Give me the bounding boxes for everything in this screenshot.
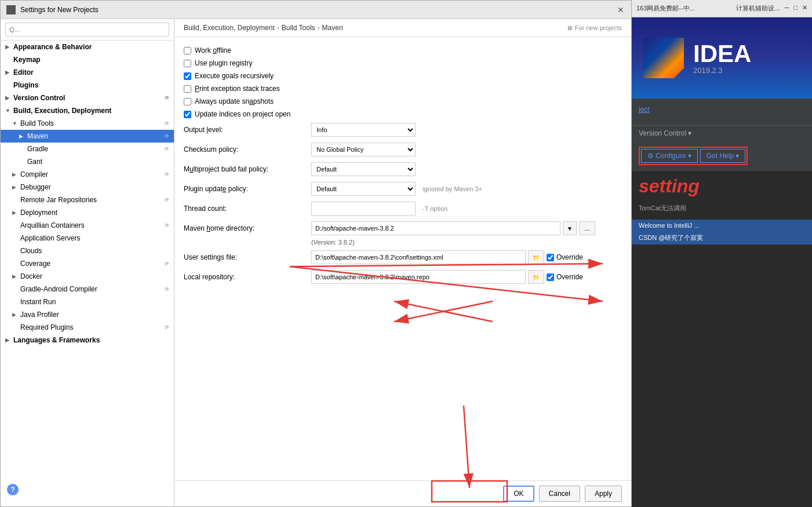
sync-icon: ⟳	[165, 261, 169, 267]
sidebar-item-plugins[interactable]: Plugins	[1, 79, 174, 92]
override-label2: Override	[556, 273, 583, 281]
work-offline-checkbox[interactable]	[184, 47, 191, 54]
maximize-icon[interactable]: □	[793, 4, 798, 13]
sidebar-item-clouds[interactable]: Clouds	[1, 245, 174, 257]
close-icon[interactable]: ✕	[802, 4, 807, 13]
sidebar-item-gradle-android[interactable]: Gradle-Android Compiler ⟳	[1, 283, 174, 296]
help-button[interactable]: ?	[7, 484, 19, 495]
thread-count-label: Thread count:	[184, 205, 311, 213]
output-level-select[interactable]: Debug Info Warning Error	[311, 123, 416, 137]
sidebar-item-remote-jar[interactable]: Remote Jar Repositories ⟳	[1, 194, 174, 206]
bottom-bar: Welcome to IntelliJ ...	[632, 220, 812, 231]
sidebar-item-editor[interactable]: ▶ Editor	[1, 66, 174, 79]
local-repo-control: 📁 Override	[311, 270, 622, 284]
expand-icon: ▼	[12, 121, 18, 126]
user-settings-row: User settings file: 📁 Override	[184, 250, 622, 264]
close-button[interactable]: ✕	[616, 5, 625, 14]
configure-highlight-box: ⚙ Configure ▾ Get Help ▾	[639, 147, 748, 165]
sidebar-item-label: Required Plugins	[20, 323, 73, 331]
dialog-title: Settings for New Projects	[20, 6, 99, 14]
get-help-button[interactable]: Get Help ▾	[700, 149, 746, 163]
sidebar-item-maven[interactable]: ▶ Maven ⟳	[1, 130, 174, 143]
sidebar-item-compiler[interactable]: ▶ Compiler ⟳	[1, 168, 174, 181]
sidebar-item-languages[interactable]: ▶ Languages & Frameworks	[1, 334, 174, 346]
sidebar-item-label: Editor	[13, 68, 34, 76]
search-box	[1, 19, 174, 41]
sidebar-item-build-execution[interactable]: ▼ Build, Execution, Deployment	[1, 104, 174, 117]
thread-count-row: Thread count: -T option	[184, 202, 622, 216]
sidebar-item-keymap[interactable]: Keymap	[1, 53, 174, 66]
cancel-button[interactable]: Cancel	[539, 486, 580, 502]
plugin-update-label: Plugin update policy:	[184, 185, 311, 193]
execute-goals-checkbox[interactable]	[184, 72, 191, 80]
maven-home-row: Maven home directory: ▼ ...	[184, 221, 622, 235]
expand-icon: ▶	[5, 70, 11, 75]
sidebar-item-label: Gradle	[27, 145, 48, 153]
work-offline-label: Work offline	[195, 46, 231, 54]
search-input[interactable]	[5, 23, 169, 37]
minimize-icon[interactable]: ─	[785, 4, 789, 13]
print-exception-row: Print exception stack traces	[184, 85, 622, 93]
project-link[interactable]: ject	[639, 105, 805, 114]
maven-settings-panel: Work offline Use plugin registry Execute…	[174, 37, 631, 480]
maven-version: (Version: 3.8.2)	[184, 239, 622, 246]
always-update-row: Always update snapshots	[184, 97, 622, 105]
expand-icon	[12, 286, 18, 292]
expand-icon	[5, 82, 11, 88]
sidebar-item-label: Version Control	[13, 94, 65, 102]
plugin-update-hint: ignored by Maven 3+	[423, 185, 482, 192]
sidebar-item-required-plugins[interactable]: Required Plugins ⟳	[1, 321, 174, 334]
sidebar-item-label: Build, Execution, Deployment	[13, 107, 111, 115]
multiproject-policy-row: Multiproject build fail policy: Default …	[184, 162, 622, 176]
multiproject-policy-select[interactable]: Default Fail Warn Ignore	[311, 162, 416, 176]
maven-home-control: ▼ ...	[311, 221, 622, 235]
sidebar-item-build-tools[interactable]: ▼ Build Tools ⟳	[1, 117, 174, 130]
user-settings-override-checkbox[interactable]	[547, 254, 554, 261]
thread-count-input[interactable]	[311, 202, 416, 216]
sidebar-item-docker[interactable]: ▶ Docker	[1, 270, 174, 283]
setting-annotation: setting	[632, 171, 812, 202]
local-repo-override-checkbox[interactable]	[547, 273, 554, 281]
sidebar-item-instant-run[interactable]: Instant Run	[1, 296, 174, 308]
expand-icon	[12, 324, 18, 330]
expand-icon	[5, 57, 11, 63]
work-offline-row: Work offline	[184, 46, 622, 54]
sidebar-item-app-servers[interactable]: Application Servers	[1, 232, 174, 245]
tomcat-text: TomCat无法调用	[632, 202, 812, 215]
sidebar-item-deployment[interactable]: ▶ Deployment	[1, 206, 174, 219]
ok-button[interactable]: OK	[503, 486, 534, 502]
print-exception-checkbox[interactable]	[184, 85, 191, 93]
breadcrumb-part2: Build Tools	[282, 24, 315, 32]
checksum-policy-row: Checksum policy: No Global Policy Fail W…	[184, 143, 622, 156]
configure-button[interactable]: ⚙ Configure ▾	[641, 149, 698, 163]
maven-home-input[interactable]	[311, 221, 560, 235]
sidebar-item-label: Clouds	[20, 247, 42, 255]
user-settings-input[interactable]	[311, 250, 526, 264]
expand-icon	[12, 197, 18, 203]
sidebar-item-java-profiler[interactable]: ▶ Java Profiler	[1, 308, 174, 321]
sidebar-item-version-control[interactable]: ▶ Version Control ⟳	[1, 92, 174, 104]
plugin-update-select[interactable]: Default Force Update Never Update	[311, 182, 416, 196]
user-settings-browse[interactable]: 📁	[528, 250, 544, 264]
apply-button[interactable]: Apply	[585, 486, 622, 502]
for-new-projects: 🖥 For new projects	[566, 24, 622, 31]
maven-home-dropdown[interactable]: ▼	[563, 221, 577, 235]
always-update-checkbox[interactable]	[184, 98, 191, 105]
expand-icon	[12, 261, 18, 267]
sidebar-item-arquillian[interactable]: Arquillian Containers ⟳	[1, 219, 174, 232]
sidebar-item-appearance[interactable]: ▶ Appearance & Behavior	[1, 41, 174, 53]
expand-icon: ▼	[5, 108, 11, 114]
sidebar-item-label: Gant	[27, 158, 42, 166]
update-indices-checkbox[interactable]	[184, 111, 191, 118]
checksum-policy-select[interactable]: No Global Policy Fail Warn Ignore	[311, 143, 416, 156]
sidebar-item-coverage[interactable]: Coverage ⟳	[1, 257, 174, 270]
sidebar-item-gant[interactable]: Gant	[1, 155, 174, 168]
sidebar-item-gradle[interactable]: Gradle ⟳	[1, 143, 174, 155]
local-repo-input[interactable]	[311, 270, 526, 284]
sidebar-item-debugger[interactable]: ▶ Debugger	[1, 181, 174, 194]
use-plugin-checkbox[interactable]	[184, 60, 191, 67]
content-area: Build, Execution, Deployment › Build Too…	[174, 19, 631, 506]
local-repo-browse[interactable]: 📁	[528, 270, 544, 284]
sync-icon: ⟳	[165, 286, 169, 292]
maven-home-browse[interactable]: ...	[579, 221, 595, 235]
